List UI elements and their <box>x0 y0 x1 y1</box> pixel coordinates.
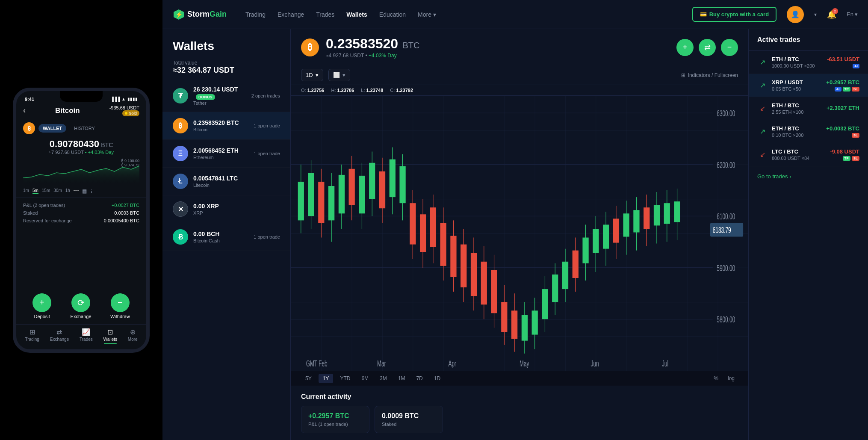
active-trades-title: Active trades <box>749 29 868 51</box>
trade-item-ltc-btc[interactable]: ↙ LTC / BTC 800.00 USDT ×84 -9.08 USDT T… <box>749 143 868 166</box>
svg-text:6100.00: 6100.00 <box>717 212 735 221</box>
chart-minus-button[interactable]: − <box>721 39 738 56</box>
nav-trades[interactable]: Trades <box>311 8 340 21</box>
tf-1m[interactable]: 1M <box>394 374 410 383</box>
timeframe-selector[interactable]: 1D ▾ <box>301 69 323 81</box>
nav-trading[interactable]: Trading <box>240 8 271 21</box>
svg-rect-37 <box>430 207 436 247</box>
tf-5y[interactable]: 5Y <box>301 374 316 383</box>
trade-item-eth-btc-2[interactable]: ↙ ETH / BTC 2.55 ETH ×100 +2.3027 ETH <box>749 97 868 120</box>
tf-1y[interactable]: 1Y <box>319 374 334 383</box>
svg-rect-85 <box>674 201 680 222</box>
tf-7d[interactable]: 7D <box>412 374 427 383</box>
user-dropdown-arrow[interactable]: ▾ <box>814 12 817 18</box>
bch-name: Bitcoin Cash <box>193 238 248 243</box>
svg-rect-13 <box>308 173 314 216</box>
trade-item-eth-btc-3[interactable]: ↗ ETH / BTC 0.10 BTC ×200 +0.0032 BTC SL <box>749 120 868 143</box>
phone-stat-staked: Staked 0.0003 BTC <box>23 209 139 217</box>
phone-nav-trading[interactable]: ⊞ Trading <box>25 328 39 344</box>
buy-crypto-button[interactable]: 💳 Buy crypto with a card <box>692 7 776 22</box>
chevron-down-icon: ▾ <box>433 11 436 18</box>
btc-icon: ₿ <box>173 118 188 133</box>
nav-exchange[interactable]: Exchange <box>272 8 309 21</box>
chevron-down-icon: ▾ <box>855 11 858 18</box>
svg-rect-33 <box>410 203 416 244</box>
phone-tab-wallet[interactable]: WALLET <box>38 124 66 133</box>
trade-badges: AI TP SL <box>826 87 859 92</box>
trade-detail: 800.00 USDT ×84 <box>772 156 826 161</box>
nav-education[interactable]: Education <box>374 8 411 21</box>
phone-nav-exchange[interactable]: ⇄ Exchange <box>50 328 69 344</box>
phone-nav-more[interactable]: ⊕ More <box>128 328 138 344</box>
tf-6m[interactable]: 6M <box>357 374 373 383</box>
activity-card-staked: 0.0009 BTC Staked <box>375 406 443 433</box>
tf-3m[interactable]: 3M <box>375 374 391 383</box>
trade-item-xrp-usdt[interactable]: ↗ XRP / USDT 0.05 BTC ×50 +0.2957 BTC AI… <box>749 74 868 97</box>
phone-withdraw-btn[interactable]: − Withdraw <box>110 293 130 319</box>
phone-device: 9:41 ▐▐▐ ▲ ▮▮▮▮ ‹ Bitcoin -935.68 USDT G… <box>13 88 150 353</box>
user-avatar-button[interactable]: 👤 <box>787 6 804 23</box>
phone-page-title: Bitcoin <box>55 106 80 115</box>
svg-text:GMT Feb: GMT Feb <box>306 359 328 368</box>
chart-btc-icon: ₿ <box>301 38 319 56</box>
notifications-button[interactable]: 🔔 2 <box>827 10 836 19</box>
phone-sub-balance: ≈7 927.68 USDT • +4.03% Day <box>23 150 139 155</box>
bch-amount: 0.00 BCH <box>193 230 248 237</box>
btc-name: Bitcoin <box>193 127 248 132</box>
activity-title: Current activity <box>301 393 738 401</box>
wallet-item-bch[interactable]: Ƀ 0.00 BCH Bitcoin Cash 1 open trade <box>162 223 290 251</box>
pnl-amount: +0.2957 BTC <box>308 412 362 420</box>
svg-rect-71 <box>603 224 609 248</box>
trade-detail: 0.10 BTC ×200 <box>772 133 822 138</box>
language-selector[interactable]: En ▾ <box>847 11 858 18</box>
chart-header: ₿ 0.23583520 BTC ≈4 927.68 USDT • +4.03%… <box>291 29 748 65</box>
svg-rect-83 <box>664 203 670 224</box>
wallet-item-usdt[interactable]: ₮ 26 230.14 USDT BONUS Tether 2 open tra… <box>162 80 290 112</box>
phone-timeframes: 1m 5m 15m 30m 1h 〰 ▦ ⫶ <box>16 186 146 196</box>
phone-deposit-btn[interactable]: + Deposit <box>32 293 51 319</box>
svg-text:Mar: Mar <box>377 359 386 368</box>
svg-rect-47 <box>481 262 487 304</box>
staked-amount: 0.0009 BTC <box>382 412 436 420</box>
nav-more[interactable]: More ▾ <box>413 8 441 21</box>
chart-type-selector[interactable]: ⬜ ▾ <box>328 69 350 81</box>
trade-badges: TP SL <box>830 156 859 161</box>
phone-nav-trades[interactable]: 📈 Trades <box>80 328 93 344</box>
indicators-button[interactable]: ⊞ Indicators / Fullscreen <box>681 72 738 78</box>
phone-nav-wallets[interactable]: ⊡ Wallets <box>103 328 117 344</box>
logo[interactable]: ⚡ StormGain <box>173 9 227 21</box>
phone-usdt-val: -935.68 USDT <box>109 105 139 110</box>
svg-text:6183.79: 6183.79 <box>713 225 731 235</box>
svg-rect-21 <box>349 169 355 205</box>
svg-rect-25 <box>369 163 375 199</box>
trade-item-eth-btc-1[interactable]: ↗ ETH / BTC 1000.00 USDT ×200 -63.51 USD… <box>749 51 868 74</box>
percent-button[interactable]: % <box>710 374 722 383</box>
trade-direction-down-icon: ↙ <box>757 103 768 114</box>
tf-ytd[interactable]: YTD <box>336 374 354 383</box>
svg-rect-57 <box>532 310 538 334</box>
tf-1d[interactable]: 1D <box>430 374 445 383</box>
chart-coin-symbol: BTC <box>403 41 420 50</box>
top-nav: ⚡ StormGain Trading Exchange Trades Wall… <box>162 0 868 29</box>
wallet-item-ltc[interactable]: Ł 0.00547841 LTC Litecoin <box>162 168 290 195</box>
nav-wallets[interactable]: Wallets <box>341 8 372 21</box>
trade-pnl-amount: -63.51 USDT <box>827 56 859 62</box>
wallet-item-eth[interactable]: Ξ 2.00568452 ETH Ethereum 1 open trade <box>162 140 290 168</box>
candlestick-chart: 6183.79 6300.00 6200.00 6100.00 5900.00 … <box>291 96 748 371</box>
svg-rect-15 <box>318 182 324 223</box>
phone-btc-icon: ₿ <box>23 122 35 134</box>
log-button[interactable]: log <box>724 374 738 383</box>
phone-exchange-btn[interactable]: ⟳ Exchange <box>71 293 92 319</box>
svg-rect-43 <box>461 245 466 287</box>
wallet-item-btc[interactable]: ₿ 0.23583520 BTC Bitcoin 1 open trade <box>162 112 290 140</box>
wallet-item-xrp[interactable]: ✕ 0.00 XRP XRP <box>162 195 290 223</box>
chart-add-button[interactable]: + <box>676 39 694 56</box>
phone-tab-history[interactable]: HISTORY <box>70 124 99 133</box>
go-to-trades-link[interactable]: Go to trades › <box>749 166 868 186</box>
phone-bottom-nav: ⊞ Trading ⇄ Exchange 📈 Trades ⊡ Wallets … <box>16 324 146 349</box>
phone-back-btn[interactable]: ‹ <box>23 106 26 115</box>
ai-badge: AI <box>853 64 859 68</box>
chart-swap-button[interactable]: ⇄ <box>699 39 716 56</box>
svg-rect-55 <box>522 315 528 340</box>
logo-text: StormGain <box>187 10 227 19</box>
